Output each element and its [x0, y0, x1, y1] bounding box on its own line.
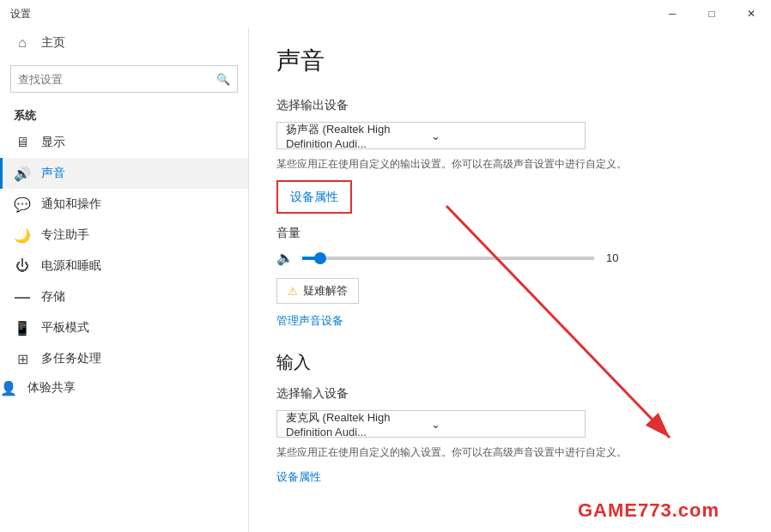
sidebar-focus-label: 专注助手: [41, 227, 89, 243]
sidebar-item-sound[interactable]: 🔊 声音: [0, 158, 248, 189]
sidebar-item-display[interactable]: 🖥 显示: [0, 127, 248, 158]
output-dropdown-arrow: ⌄: [431, 130, 576, 142]
input-device-label: 选择输入设备: [276, 386, 744, 402]
sidebar-power-label: 电源和睡眠: [41, 258, 101, 274]
volume-icon: 🔈: [276, 250, 294, 266]
focus-icon: 🌙: [14, 227, 31, 244]
sidebar-multitask-label: 多任务处理: [41, 351, 101, 366]
troubleshoot-button[interactable]: ⚠ 疑难解答: [276, 278, 359, 304]
sound-icon: 🔊: [14, 165, 31, 182]
sidebar-tablet-label: 平板模式: [41, 320, 89, 336]
volume-section: 音量 🔈 10: [276, 226, 744, 266]
tablet-icon: 📱: [14, 319, 31, 336]
home-icon: ⌂: [14, 34, 31, 51]
sidebar-display-label: 显示: [41, 135, 65, 150]
sidebar-sound-label: 声音: [41, 166, 65, 181]
window-controls: ─ □ ✕: [653, 0, 771, 27]
output-info-text: 某些应用正在使用自定义的输出设置。你可以在高级声音设置中进行自定义。: [276, 156, 689, 172]
search-input[interactable]: [11, 73, 209, 86]
volume-value: 10: [606, 251, 627, 264]
output-device-props-link[interactable]: 设备属性: [290, 190, 338, 203]
sidebar-item-storage[interactable]: — 存储: [0, 281, 248, 312]
sidebar-item-power[interactable]: ⏻ 电源和睡眠: [0, 251, 248, 281]
minimize-button[interactable]: ─: [653, 0, 692, 27]
manage-devices-link[interactable]: 管理声音设备: [276, 313, 343, 329]
display-icon: 🖥: [14, 134, 31, 151]
power-icon: ⏻: [14, 257, 31, 275]
sidebar-item-multitask[interactable]: ⊞ 多任务处理: [0, 343, 248, 374]
input-info-text: 某些应用正在使用自定义的输入设置。你可以在高级声音设置中进行自定义。: [276, 444, 689, 460]
volume-row: 🔈 10: [276, 250, 744, 266]
output-device-dropdown[interactable]: 扬声器 (Realtek High Definition Audi... ⌄: [276, 122, 586, 149]
share-icon: 👤: [0, 379, 17, 396]
sidebar-item-focus[interactable]: 🌙 专注助手: [0, 220, 248, 251]
page-title: 声音: [276, 45, 744, 77]
sidebar-item-share[interactable]: 👤 体验共享: [0, 374, 248, 402]
main-content: ⌂ 主页 🔍 系统 🖥 显示 🔊 声音 💬 通知和操作: [0, 27, 771, 532]
output-device-label: 选择输出设备: [276, 98, 744, 113]
main-panel: 声音 选择输出设备 扬声器 (Realtek High Definition A…: [249, 27, 771, 532]
search-icon: 🔍: [209, 73, 237, 86]
input-device-dropdown[interactable]: 麦克风 (Realtek High Definition Audi... ⌄: [276, 410, 586, 438]
sidebar: ⌂ 主页 🔍 系统 🖥 显示 🔊 声音 💬 通知和操作: [0, 27, 249, 532]
sidebar-item-home[interactable]: ⌂ 主页: [0, 27, 248, 58]
input-device-value: 麦克风 (Realtek High Definition Audi...: [286, 410, 431, 438]
settings-window: 设置 ─ □ ✕ ⌂ 主页 🔍 系统 🖥 显示: [0, 0, 771, 532]
warning-icon: ⚠: [288, 285, 298, 298]
window-title: 设置: [10, 7, 31, 21]
sidebar-item-notifications[interactable]: 💬 通知和操作: [0, 189, 248, 220]
input-section-title: 输入: [276, 351, 744, 374]
input-device-props-link[interactable]: 设备属性: [276, 469, 321, 485]
troubleshoot-label: 疑难解答: [303, 283, 348, 299]
input-dropdown-arrow: ⌄: [431, 418, 576, 431]
output-device-value: 扬声器 (Realtek High Definition Audi...: [286, 122, 431, 150]
volume-slider[interactable]: [302, 257, 594, 260]
sidebar-storage-label: 存储: [41, 289, 65, 305]
title-bar: 设置 ─ □ ✕: [0, 0, 771, 27]
sidebar-notifications-label: 通知和操作: [41, 196, 101, 212]
volume-label: 音量: [276, 226, 744, 241]
close-button[interactable]: ✕: [732, 0, 771, 27]
multitask-icon: ⊞: [14, 350, 31, 367]
slider-thumb[interactable]: [314, 252, 326, 264]
system-section-label: 系统: [0, 103, 248, 127]
device-props-box: 设备属性: [276, 180, 352, 214]
sidebar-item-tablet[interactable]: 📱 平板模式: [0, 312, 248, 343]
search-box[interactable]: 🔍: [10, 65, 238, 93]
notifications-icon: 💬: [14, 196, 31, 213]
sidebar-home-label: 主页: [41, 35, 65, 51]
sidebar-share-label: 体验共享: [27, 380, 76, 396]
storage-icon: —: [14, 288, 31, 305]
maximize-button[interactable]: □: [692, 0, 732, 27]
